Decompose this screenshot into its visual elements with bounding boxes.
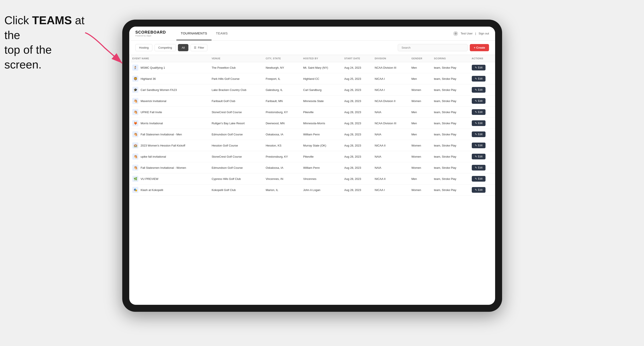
edit-icon: ✎ <box>475 77 477 80</box>
edit-button[interactable]: ✎ Edit <box>472 98 486 104</box>
search-input[interactable] <box>398 44 468 51</box>
edit-button[interactable]: ✎ Edit <box>472 65 486 70</box>
cell-actions: ✎ Edit <box>469 118 495 129</box>
cell-venue: Cypress Hills Golf Club <box>208 173 262 184</box>
create-button[interactable]: + Create <box>470 44 489 51</box>
cell-scoring: team, Stroke Play <box>431 73 469 84</box>
edit-icon: ✎ <box>475 133 477 136</box>
cell-venue: Hesston Golf Course <box>208 140 262 151</box>
cell-scoring: team, Stroke Play <box>431 107 469 118</box>
cell-venue: Edmundson Golf Course <box>208 129 262 140</box>
instruction-text: Click TEAMS at thetop of the screen. <box>4 13 87 72</box>
cell-event-name: 🐴 Maverick Invitational <box>129 96 208 107</box>
settings-icon[interactable]: ⚙ <box>453 31 458 36</box>
edit-button[interactable]: ✎ Edit <box>472 176 486 181</box>
edit-button[interactable]: ✎ Edit <box>472 132 486 137</box>
edit-button[interactable]: ✎ Edit <box>472 154 486 159</box>
edit-button[interactable]: ✎ Edit <box>472 109 486 115</box>
cell-scoring: team, Stroke Play <box>431 118 469 129</box>
cell-gender: Men <box>408 118 431 129</box>
table-row: 🏫 2023 Women's Hesston Fall Kickoff Hess… <box>129 140 495 151</box>
cell-gender: Women <box>408 96 431 107</box>
event-name-text: upike fall invitational <box>140 155 166 158</box>
cell-scoring: team, Stroke Play <box>431 184 469 195</box>
nav-separator: | <box>475 32 476 35</box>
cell-hosted: Pikeville <box>300 107 341 118</box>
cell-gender: Women <box>408 184 431 195</box>
tab-teams[interactable]: TEAMS <box>212 27 232 40</box>
cell-actions: ✎ Edit <box>469 151 495 162</box>
cell-city: Hesston, KS <box>262 140 300 151</box>
edit-button[interactable]: ✎ Edit <box>472 76 486 82</box>
cell-gender: Men <box>408 173 431 184</box>
cell-actions: ✎ Edit <box>469 173 495 184</box>
edit-icon: ✎ <box>475 144 477 147</box>
edit-icon: ✎ <box>475 111 477 114</box>
tab-tournaments[interactable]: TOURNAMENTS <box>176 27 212 40</box>
cell-city: Prestonsburg, KY <box>262 151 300 162</box>
event-icon: 🐴 <box>132 165 138 171</box>
cell-city: Freeport, IL <box>262 73 300 84</box>
cell-division: NAIA <box>372 107 408 118</box>
cell-actions: ✎ Edit <box>469 73 495 84</box>
logo-area: SCOREBOARD Powered by clippit <box>135 30 166 37</box>
cell-date: Aug 25, 2023 <box>341 73 372 84</box>
cell-venue: Ruttger's Bay Lake Resort <box>208 118 262 129</box>
cell-city: Deerwood, MN <box>262 118 300 129</box>
cell-hosted: Mt. Saint Mary (NY) <box>300 62 341 73</box>
instruction-bold: TEAMS <box>32 14 72 27</box>
nav-right: ⚙ Test User | Sign out <box>453 31 489 36</box>
table-row: 🐴 upike fall invitational StoneCrest Gol… <box>129 151 495 162</box>
event-name-text: Morris Invitational <box>140 122 163 125</box>
competing-button[interactable]: Competing <box>154 44 176 51</box>
cell-event-name: 🏌️ MSMC Qualifying 1 <box>129 62 208 73</box>
cell-date: Aug 28, 2023 <box>341 184 372 195</box>
cell-scoring: team, Stroke Play <box>431 162 469 173</box>
edit-button[interactable]: ✎ Edit <box>472 143 486 148</box>
table-row: 🐴 Maverick Invitational Faribault Golf C… <box>129 96 495 107</box>
table-header: EVENT NAME VENUE CITY, STATE HOSTED BY S… <box>129 55 495 62</box>
cell-hosted: Carl Sandburg <box>300 84 341 96</box>
cell-division: NAIA <box>372 151 408 162</box>
event-name-text: Fall Statesmen Invitational - Women <box>140 166 186 170</box>
cell-division: NCAA Division III <box>372 118 408 129</box>
navbar: SCOREBOARD Powered by clippit TOURNAMENT… <box>129 27 495 40</box>
cell-scoring: team, Stroke Play <box>431 129 469 140</box>
edit-button[interactable]: ✎ Edit <box>472 187 486 193</box>
cell-venue: StoneCrest Golf Course <box>208 107 262 118</box>
cell-gender: Women <box>408 140 431 151</box>
cell-hosted: Minnesota-Morris <box>300 118 341 129</box>
cell-gender: Men <box>408 129 431 140</box>
cell-venue: Lake Bracken Country Club <box>208 84 262 96</box>
table-row: 🦊 Morris Invitational Ruttger's Bay Lake… <box>129 118 495 129</box>
cell-city: Marion, IL <box>262 184 300 195</box>
event-name-text: Highland 36 <box>140 77 156 80</box>
col-venue: VENUE <box>208 55 262 62</box>
cell-hosted: John A Logan <box>300 184 341 195</box>
cell-date: Aug 28, 2023 <box>341 140 372 151</box>
table-row: 🦁 Highland 36 Park Hills Golf Course Fre… <box>129 73 495 84</box>
all-button[interactable]: All <box>178 44 188 51</box>
signout-link[interactable]: Sign out <box>478 32 489 35</box>
table-body: 🏌️ MSMC Qualifying 1 The Powelton Club N… <box>129 62 495 195</box>
col-division: DIVISION <box>372 55 408 62</box>
cell-actions: ✎ Edit <box>469 107 495 118</box>
cell-event-name: 🌿 VU PREVIEW <box>129 173 208 184</box>
toolbar: Hosting Competing All ☰ Filter + Create <box>129 40 495 55</box>
col-hosted-by: HOSTED BY <box>300 55 341 62</box>
cell-date: Aug 28, 2023 <box>341 173 372 184</box>
tablet-frame: SCOREBOARD Powered by clippit TOURNAMENT… <box>122 20 502 312</box>
cell-hosted: Minnesota State <box>300 96 341 107</box>
table-row: 🐴 Fall Statesmen Invitational - Men Edmu… <box>129 129 495 140</box>
user-name: Test User <box>460 32 473 35</box>
filter-button[interactable]: ☰ Filter <box>190 44 208 51</box>
event-name-text: Klash at Kokopelli <box>140 188 163 192</box>
edit-button[interactable]: ✎ Edit <box>472 87 486 93</box>
edit-button[interactable]: ✎ Edit <box>472 120 486 126</box>
event-icon: 🦁 <box>132 76 138 82</box>
event-icon: 🐴 <box>132 98 138 104</box>
logo-text: SCOREBOARD <box>135 30 166 35</box>
event-name-text: Maverick Invitational <box>140 99 166 103</box>
edit-button[interactable]: ✎ Edit <box>472 165 486 171</box>
filter-label: Filter <box>198 46 204 49</box>
